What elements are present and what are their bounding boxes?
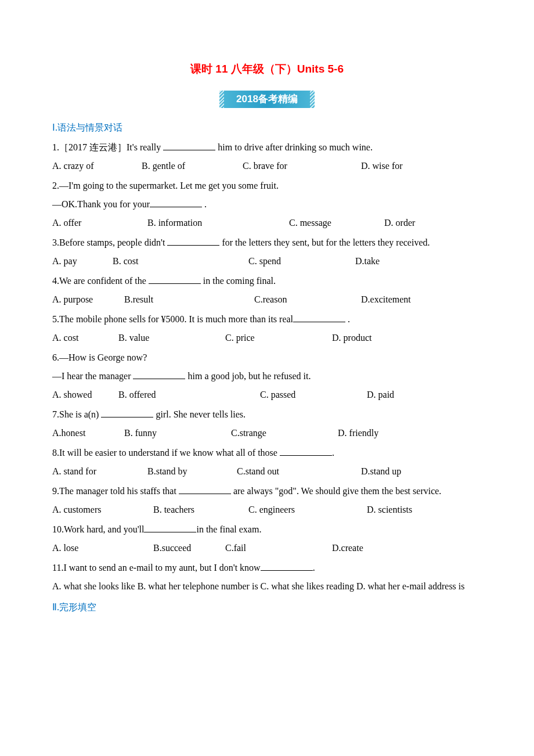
- options: A. cost B. value C. price D. product: [52, 329, 482, 347]
- option-d: D. wise for: [361, 157, 403, 175]
- question-5: 5.The mobile phone sells for ¥5000. It i…: [52, 310, 482, 347]
- blank: [167, 237, 219, 246]
- question-text: 9.The manager told his staffs that are a…: [52, 482, 482, 501]
- option-a: A. lose: [52, 539, 151, 557]
- option-c: C. price: [225, 329, 330, 347]
- blank: [144, 524, 196, 532]
- text-after: .: [202, 199, 207, 209]
- question-text: 8.It will be easier to understand if we …: [52, 444, 482, 462]
- question-7: 7.She is a(n) girl. She never tells lies…: [52, 405, 482, 442]
- option-c: C. brave for: [243, 157, 359, 175]
- option-c: C. what she likes reading: [261, 577, 354, 596]
- text-before: 3.Before stamps, people didn't: [52, 237, 167, 247]
- option-a: A. offer: [52, 214, 145, 232]
- options: A. customers B. teachers C. engineers D.…: [52, 501, 482, 519]
- section-2-header: Ⅱ.完形填空: [52, 598, 482, 617]
- option-d: D.excitement: [361, 290, 411, 309]
- question-text: 10.Work hard, and you'llin the final exa…: [52, 520, 482, 539]
- question-line-2: —I hear the manager him a good job, but …: [52, 367, 482, 386]
- option-d: D. friendly: [338, 424, 378, 442]
- question-9: 9.The manager told his staffs that are a…: [52, 482, 482, 519]
- text-before: —OK.Thank you for your: [52, 199, 150, 209]
- option-c: C. message: [289, 214, 382, 232]
- option-c: C.stand out: [237, 462, 359, 481]
- option-d: D.stand up: [361, 462, 401, 481]
- text-after: in the final exam.: [196, 524, 261, 534]
- options: A.honest B. funny C.strange D. friendly: [52, 424, 482, 442]
- option-b: B.stand by: [147, 462, 234, 481]
- question-11: 11.I want to send an e-mail to my aunt, …: [52, 559, 482, 596]
- page-title: 课时 11 八年级（下）Units 5-6: [52, 58, 482, 80]
- option-d: D. what her e-mail address is: [356, 577, 465, 596]
- option-a: A. crazy of: [52, 157, 139, 175]
- blank: [179, 486, 231, 494]
- option-c: C.strange: [231, 424, 335, 442]
- options: A. what she looks like B. what her telep…: [52, 577, 482, 596]
- text-after: in the coming final.: [201, 276, 276, 286]
- section-1-header: Ⅰ.语法与情景对话: [52, 118, 482, 137]
- text-before: 5.The mobile phone sells for ¥5000. It i…: [52, 314, 293, 324]
- question-6: 6.—How is George now? —I hear the manage…: [52, 348, 482, 404]
- blank: [163, 142, 215, 150]
- options: A. showed B. offered C. passed D. paid: [52, 386, 482, 404]
- options: A. stand for B.stand by C.stand out D.st…: [52, 462, 482, 481]
- option-a: A. stand for: [52, 462, 145, 481]
- text-before: 7.She is a(n): [52, 409, 101, 419]
- text-after: girl. She never tells lies.: [153, 409, 246, 419]
- blank: [280, 448, 332, 456]
- option-c: C. spend: [248, 252, 353, 271]
- option-b: B.result: [124, 290, 252, 309]
- question-2: 2.—I'm going to the supermarket. Let me …: [52, 177, 482, 232]
- question-3: 3.Before stamps, people didn't for the l…: [52, 233, 482, 271]
- question-8: 8.It will be easier to understand if we …: [52, 444, 482, 481]
- options: A. purpose B.result C.reason D.excitemen…: [52, 290, 482, 309]
- text-before: 10.Work hard, and you'll: [52, 524, 144, 534]
- question-10: 10.Work hard, and you'llin the final exa…: [52, 520, 482, 557]
- option-b: B.succeed: [153, 539, 223, 557]
- question-text: 4.We are confident of the in the coming …: [52, 272, 482, 290]
- text-after: .: [313, 563, 315, 573]
- option-d: D.take: [355, 252, 380, 271]
- option-a: A. purpose: [52, 290, 122, 309]
- option-a: A. what she looks like: [52, 577, 135, 596]
- text-before: —I hear the manager: [52, 371, 133, 381]
- text-before: 1.［2017 连云港］It's really: [52, 142, 163, 152]
- option-b: B. gentle of: [142, 157, 240, 175]
- text-after: are always "god". We should give them th…: [231, 486, 442, 496]
- text-before: 4.We are confident of the: [52, 276, 149, 286]
- option-b: B. teachers: [153, 501, 246, 519]
- question-line-1: 2.—I'm going to the supermarket. Let me …: [52, 177, 482, 195]
- option-a: A.honest: [52, 424, 122, 442]
- option-d: D.create: [332, 539, 363, 557]
- option-b: B. offered: [118, 386, 258, 404]
- options: A. pay B. cost C. spend D.take: [52, 252, 482, 271]
- option-c: C.reason: [254, 290, 359, 309]
- option-b: B. information: [147, 214, 287, 232]
- exam-banner: 2018备考精编: [219, 91, 315, 108]
- option-a: A. showed: [52, 386, 116, 404]
- blank: [150, 199, 202, 207]
- option-a: A. pay: [52, 252, 110, 271]
- question-4: 4.We are confident of the in the coming …: [52, 272, 482, 309]
- question-text: 3.Before stamps, people didn't for the l…: [52, 233, 482, 252]
- text-after: him to drive after drinking so much wine…: [215, 142, 373, 152]
- text-before: 9.The manager told his staffs that: [52, 486, 179, 496]
- options: A. lose B.succeed C.fail D.create: [52, 539, 482, 557]
- option-a: A. customers: [52, 501, 151, 519]
- text-after: for the letters they sent, but for the l…: [219, 237, 430, 247]
- option-d: D. scientists: [367, 501, 412, 519]
- option-d: D. product: [332, 329, 371, 347]
- question-text: 7.She is a(n) girl. She never tells lies…: [52, 405, 482, 424]
- option-d: D. paid: [367, 386, 394, 404]
- text-after: him a good job, but he refused it.: [185, 371, 311, 381]
- blank: [261, 563, 313, 571]
- question-text: 11.I want to send an e-mail to my aunt, …: [52, 559, 482, 577]
- option-b: B. value: [118, 329, 223, 347]
- text-before: 11.I want to send an e-mail to my aunt, …: [52, 563, 261, 573]
- question-text: 5.The mobile phone sells for ¥5000. It i…: [52, 310, 482, 329]
- text-after: .: [332, 448, 334, 458]
- option-c: C. passed: [260, 386, 365, 404]
- options: A. offer B. information C. message D. or…: [52, 214, 482, 232]
- question-text: 1.［2017 连云港］It's really him to drive aft…: [52, 138, 482, 157]
- options: A. crazy of B. gentle of C. brave for D.…: [52, 157, 482, 175]
